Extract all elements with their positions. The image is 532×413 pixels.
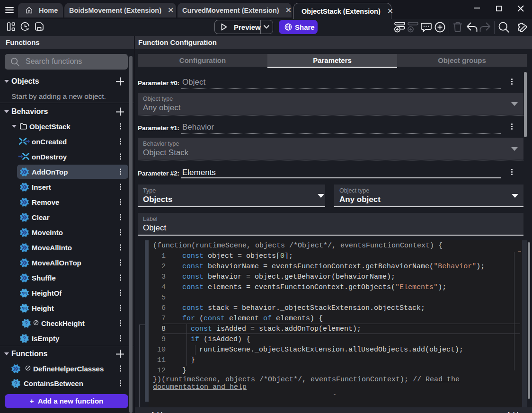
svg-text:f(x): f(x) [22, 291, 27, 295]
svg-text:?: ? [25, 320, 28, 327]
svg-text:?: ? [14, 380, 18, 387]
svg-text:f(x): f(x) [22, 306, 27, 310]
svg-text:?: ? [23, 335, 26, 342]
